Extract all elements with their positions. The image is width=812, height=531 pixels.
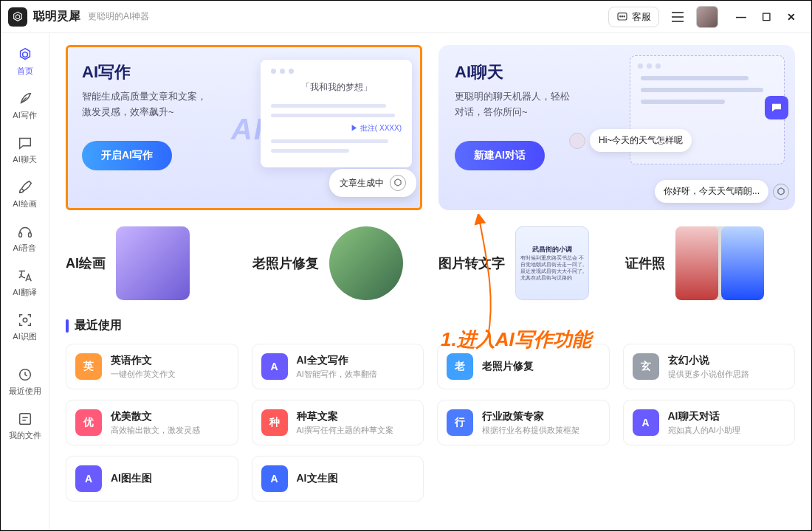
svg-rect-8 bbox=[19, 414, 30, 425]
chat-fab-icon bbox=[765, 96, 788, 119]
sidebar-item-label: AI识图 bbox=[13, 331, 36, 342]
sidebar-item-label: Ai语音 bbox=[13, 243, 37, 254]
recent-card[interactable]: 玄 玄幻小说提供更多小说创作思路 bbox=[623, 344, 796, 389]
recent-title: AI聊天对话 bbox=[668, 410, 740, 423]
hex-icon bbox=[390, 175, 406, 191]
recent-title: AI全文写作 bbox=[297, 354, 377, 367]
sidebar-item-writing[interactable]: AI写作 bbox=[1, 83, 49, 128]
sidebar-item-label: 我的文件 bbox=[9, 430, 41, 441]
sidebar-item-recent[interactable]: 最近使用 bbox=[1, 359, 49, 403]
recent-subtitle: 宛如真人的AI小助理 bbox=[668, 425, 740, 436]
recent-title: 行业政策专家 bbox=[482, 410, 579, 423]
new-chat-button[interactable]: 新建AI对话 bbox=[455, 141, 545, 170]
recent-icon: 老 bbox=[447, 353, 473, 380]
recent-icon: 玄 bbox=[633, 353, 659, 380]
recent-subtitle: 高效输出散文，激发灵感 bbox=[111, 425, 200, 436]
recent-card[interactable]: A AI文生图 bbox=[252, 456, 424, 502]
svg-point-10 bbox=[777, 106, 778, 108]
hex-icon bbox=[773, 184, 789, 200]
recent-subtitle: 根据行业名称提供政策框架 bbox=[482, 425, 579, 436]
maximize-button[interactable]: ☐ bbox=[754, 6, 779, 28]
feature-paint[interactable]: AI绘画 bbox=[66, 226, 236, 300]
sidebar: 首页 AI写作 AI聊天 AI绘画 Ai语音 AI翻译 AI识图 最 bbox=[1, 33, 49, 531]
feature-ocr[interactable]: 图片转文字 武昌街的小调 有时候到重庆路买书总会 不自觉地朝武昌街去走一回了,最… bbox=[438, 226, 609, 300]
svg-point-11 bbox=[779, 106, 780, 108]
recent-title: 优美散文 bbox=[111, 410, 200, 423]
recent-card[interactable]: 优 优美散文高效输出散文，激发灵感 bbox=[66, 400, 238, 445]
svg-rect-5 bbox=[28, 233, 31, 237]
app-subtitle: 更聪明的AI神器 bbox=[88, 10, 149, 23]
recent-title: 玄幻小说 bbox=[668, 354, 749, 367]
recent-subtitle: 提供更多小说创作思路 bbox=[668, 369, 749, 380]
svg-point-3 bbox=[624, 15, 625, 16]
recent-title: 英语作文 bbox=[111, 354, 176, 367]
recent-title: 老照片修复 bbox=[482, 360, 534, 373]
recent-subtitle: AI撰写任何主题的种草文案 bbox=[297, 425, 393, 436]
recent-icon: A bbox=[633, 409, 659, 436]
sidebar-item-label: 首页 bbox=[17, 66, 33, 77]
recent-card[interactable]: 英 英语作文一键创作英文作文 bbox=[66, 344, 238, 389]
recent-icon: 行 bbox=[447, 409, 473, 436]
recent-subtitle: 一键创作英文作文 bbox=[111, 369, 176, 380]
sidebar-item-translate[interactable]: AI翻译 bbox=[1, 260, 49, 305]
sidebar-item-label: 最近使用 bbox=[9, 386, 41, 397]
hero-card-writing[interactable]: AI写作 智能生成高质量文章和文案，激发灵感，效率飙升~ 开启AI写作 AI 「… bbox=[66, 45, 422, 210]
recent-card[interactable]: A AI全文写作AI智能写作，效率翻倍 bbox=[252, 344, 424, 389]
sidebar-item-label: AI聊天 bbox=[13, 154, 36, 165]
svg-point-1 bbox=[620, 15, 621, 16]
support-button[interactable]: 客服 bbox=[608, 7, 659, 27]
feature-photo-restore[interactable]: 老照片修复 bbox=[252, 226, 423, 300]
sidebar-item-label: AI写作 bbox=[13, 110, 36, 121]
recent-card[interactable]: A AI聊天对话宛如真人的AI小助理 bbox=[623, 400, 796, 445]
close-button[interactable]: ✕ bbox=[779, 6, 804, 28]
titlebar: 聪明灵犀 更聪明的AI神器 客服 — ☐ ✕ bbox=[1, 1, 811, 33]
writing-preview: AI 「我和我的梦想」 ▶ 批注( XXXX) 文章生成中 bbox=[231, 60, 412, 192]
photo-thumbnail bbox=[329, 226, 403, 300]
recent-title: AI文生图 bbox=[297, 472, 338, 485]
sidebar-item-home[interactable]: 首页 bbox=[1, 39, 49, 83]
chat-preview: Hi~今天的天气怎样呢 你好呀，今天天气晴朗... bbox=[600, 55, 785, 200]
hero-chat-desc: 更聪明的聊天机器人，轻松对话，答你所问~ bbox=[455, 89, 610, 120]
folder-icon bbox=[16, 410, 34, 428]
ai-badge: AI bbox=[231, 113, 264, 146]
recent-card[interactable]: 行 行业政策专家根据行业名称提供政策框架 bbox=[437, 400, 610, 445]
recent-icon: A bbox=[261, 465, 288, 492]
preview-annotation: ▶ 批注( XXXX) bbox=[271, 123, 402, 133]
sidebar-item-label: AI绘画 bbox=[13, 198, 36, 209]
sidebar-item-chat[interactable]: AI聊天 bbox=[1, 128, 49, 172]
recent-heading: 最近使用 bbox=[66, 318, 795, 333]
minimize-button[interactable]: — bbox=[729, 6, 754, 28]
user-avatar[interactable] bbox=[696, 6, 718, 28]
chat-icon bbox=[16, 134, 34, 152]
recent-title: AI图生图 bbox=[111, 472, 152, 485]
sidebar-item-voice[interactable]: Ai语音 bbox=[1, 216, 49, 260]
recent-card[interactable]: A AI图生图 bbox=[66, 456, 238, 502]
recent-icon: A bbox=[75, 465, 102, 492]
app-title: 聪明灵犀 bbox=[33, 9, 80, 24]
recent-grid: 英 英语作文一键创作英文作文A AI全文写作AI智能写作，效率翻倍老 老照片修复… bbox=[66, 344, 795, 502]
menu-button[interactable] bbox=[667, 6, 689, 28]
recent-card[interactable]: 种 种草文案AI撰写任何主题的种草文案 bbox=[252, 400, 424, 445]
start-writing-button[interactable]: 开启AI写作 bbox=[82, 141, 172, 170]
svg-rect-4 bbox=[18, 233, 21, 237]
hero-writing-desc: 智能生成高质量文章和文案，激发灵感，效率飙升~ bbox=[82, 89, 237, 120]
app-logo bbox=[8, 7, 27, 27]
recent-icon: A bbox=[261, 353, 288, 380]
clock-icon bbox=[16, 366, 34, 384]
recent-subtitle: AI智能写作，效率翻倍 bbox=[297, 369, 377, 380]
feather-icon bbox=[16, 90, 34, 108]
feature-id-photo[interactable]: 证件照 bbox=[625, 226, 796, 300]
sidebar-item-paint[interactable]: AI绘画 bbox=[1, 172, 49, 216]
avatar-icon bbox=[569, 133, 585, 149]
paint-thumbnail bbox=[116, 226, 190, 300]
recent-icon: 优 bbox=[75, 409, 102, 436]
svg-point-9 bbox=[774, 106, 776, 108]
hero-card-chat[interactable]: AI聊天 更聪明的聊天机器人，轻松对话，答你所问~ 新建AI对话 bbox=[438, 45, 795, 210]
sidebar-item-files[interactable]: 我的文件 bbox=[1, 403, 49, 448]
support-label: 客服 bbox=[632, 10, 651, 24]
recent-card[interactable]: 老 老照片修复 bbox=[437, 344, 610, 389]
chat-bubble-outgoing: 你好呀，今天天气晴朗... bbox=[655, 180, 789, 203]
sidebar-item-scan[interactable]: AI识图 bbox=[1, 305, 49, 349]
svg-rect-0 bbox=[618, 13, 627, 19]
recent-icon: 英 bbox=[75, 353, 102, 380]
